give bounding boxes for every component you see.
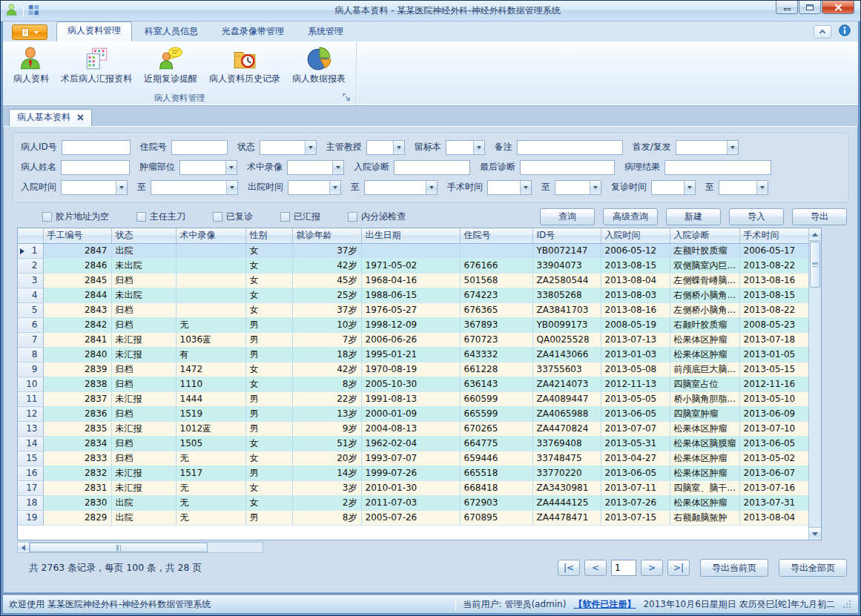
cell[interactable]: 37岁 [292, 243, 361, 258]
cell[interactable]: 男 [245, 391, 292, 406]
row-header-cell[interactable]: 17 [18, 480, 43, 495]
cell[interactable]: 归档 [111, 273, 176, 288]
cell[interactable]: 2013-08-22 [739, 302, 808, 317]
cell[interactable]: 2831 [43, 480, 111, 495]
cell[interactable]: 2840 [43, 347, 111, 362]
row-header-cell[interactable]: 1 [18, 243, 43, 258]
cell[interactable]: 1517 [176, 466, 245, 480]
vertical-scrollbar[interactable] [808, 228, 821, 540]
cell[interactable]: 2013-06-07 [739, 466, 808, 480]
checkbox-chief-surgeon[interactable]: 主任主刀 [136, 211, 185, 223]
row-header-cell[interactable]: 10 [18, 377, 43, 391]
cell[interactable]: 女 [245, 436, 292, 451]
combo-arrow-icon[interactable] [590, 181, 601, 194]
cell[interactable]: 2834 [43, 436, 111, 451]
vertical-scrollbar-thumb[interactable] [810, 242, 820, 288]
cell[interactable]: 女 [245, 288, 292, 302]
cell[interactable]: 2008-05-19 [601, 317, 670, 332]
cell[interactable]: 2836 [43, 406, 111, 421]
cell[interactable]: 37岁 [292, 302, 361, 317]
filter-admit_from-combo[interactable] [61, 180, 128, 195]
cell[interactable] [176, 273, 245, 288]
cell[interactable]: 2829 [43, 510, 111, 525]
checkbox-reported[interactable]: 已汇报 [280, 211, 320, 223]
cell[interactable]: 松果体区肿瘤 [670, 466, 739, 480]
row-header-cell[interactable]: 16 [18, 466, 43, 480]
cell[interactable]: 2013-08-15 [739, 288, 808, 302]
cell[interactable]: 2013-07-07 [601, 421, 670, 436]
cell[interactable]: 2841 [43, 332, 111, 347]
cell[interactable]: 右额颞脑脓肿 [670, 510, 739, 525]
cell[interactable]: 无 [176, 510, 245, 525]
last-page-button[interactable]: >| [667, 560, 690, 576]
cell[interactable]: 45岁 [292, 273, 361, 288]
prev-page-button[interactable]: < [584, 560, 607, 576]
scroll-down-icon[interactable] [809, 527, 821, 540]
column-header-6[interactable]: 住院号 [460, 228, 532, 243]
cell[interactable]: ZA3841703 [532, 302, 601, 317]
cell[interactable]: 2013-07-16 [739, 480, 808, 495]
cell[interactable]: ZA3430981 [532, 480, 601, 495]
column-header-7[interactable]: ID号 [532, 228, 601, 243]
row-header-cell[interactable]: 11 [18, 391, 43, 406]
cell[interactable]: 左侧桥小脑角... [670, 302, 739, 317]
row-header-cell[interactable]: 5 [18, 302, 43, 317]
combo-arrow-icon[interactable] [473, 141, 484, 154]
ribbon-tab-3[interactable]: 系统管理 [297, 22, 354, 42]
cell[interactable]: 2013-07-13 [601, 332, 670, 347]
cell[interactable]: 25岁 [292, 288, 361, 302]
cell[interactable]: YB0099173 [532, 317, 601, 332]
cell[interactable]: 665599 [460, 406, 532, 421]
cell[interactable]: 8岁 [292, 510, 361, 525]
cell[interactable]: 出院 [111, 243, 176, 258]
cell[interactable]: 女 [245, 480, 292, 495]
cell[interactable]: 661228 [460, 362, 532, 377]
cell[interactable]: 18岁 [292, 347, 361, 362]
cell[interactable]: 2013-07-18 [739, 332, 808, 347]
filter-remark-input[interactable] [517, 140, 623, 155]
cell[interactable]: 2013-05-02 [739, 451, 808, 466]
cell[interactable]: 归档 [111, 406, 176, 421]
filter-revisit_from-combo[interactable] [651, 180, 696, 195]
cell[interactable]: 664775 [460, 436, 532, 451]
filter-admit_to-combo[interactable] [151, 180, 238, 195]
cell[interactable]: 674223 [460, 288, 532, 302]
filter-tumor_site-combo[interactable] [179, 160, 237, 175]
export-button[interactable]: 导出 [792, 208, 847, 225]
cell[interactable]: 1999-07-26 [361, 466, 460, 480]
cell[interactable]: 2013-08-16 [601, 302, 670, 317]
cell[interactable]: 男 [245, 317, 292, 332]
application-menu-button[interactable] [12, 24, 47, 40]
cell[interactable]: 未出院 [111, 288, 176, 302]
cell[interactable]: 男 [245, 421, 292, 436]
cell[interactable]: 四脑室肿瘤 [670, 406, 739, 421]
checkbox-revisited[interactable]: 已复诊 [213, 211, 253, 223]
filter-revisit_to-combo[interactable] [719, 180, 768, 195]
ribbon-tab-1[interactable]: 科室人员信息 [133, 22, 209, 42]
cell[interactable]: 归档 [111, 436, 176, 451]
filter-pathology-input[interactable] [664, 160, 771, 175]
combo-arrow-icon[interactable] [305, 141, 316, 154]
scroll-left-icon[interactable] [18, 543, 30, 552]
cell[interactable]: 2006-06-26 [361, 332, 460, 347]
filter-status-combo[interactable] [260, 140, 317, 155]
dialog-launcher-icon[interactable] [343, 93, 351, 104]
advanced-query-button[interactable]: 高级查询 [603, 208, 658, 225]
cell[interactable]: 2013-06-05 [739, 436, 808, 451]
cell[interactable]: ZA4214073 [532, 377, 601, 391]
column-header-8[interactable]: 入院时间 [601, 228, 670, 243]
cell[interactable]: 42岁 [292, 362, 361, 377]
import-button[interactable]: 导入 [729, 208, 784, 225]
cell[interactable]: 2833 [43, 451, 111, 466]
export-all-pages-button[interactable]: 导出全部页 [779, 559, 847, 577]
cell[interactable]: 2013-08-03 [601, 288, 670, 302]
cell[interactable]: 左侧蝶骨嵴脑... [670, 273, 739, 288]
cell[interactable]: 2006-05-17 [739, 243, 808, 258]
column-header-0[interactable]: 手工编号 [43, 228, 111, 243]
page-number-input[interactable] [611, 560, 636, 576]
filter-patient_id-input[interactable] [62, 140, 131, 155]
cell[interactable]: 676166 [460, 258, 532, 273]
column-header-2[interactable]: 术中录像 [176, 228, 245, 243]
tab-close-icon[interactable] [77, 113, 84, 123]
cell[interactable]: 2013-06-05 [601, 466, 670, 480]
